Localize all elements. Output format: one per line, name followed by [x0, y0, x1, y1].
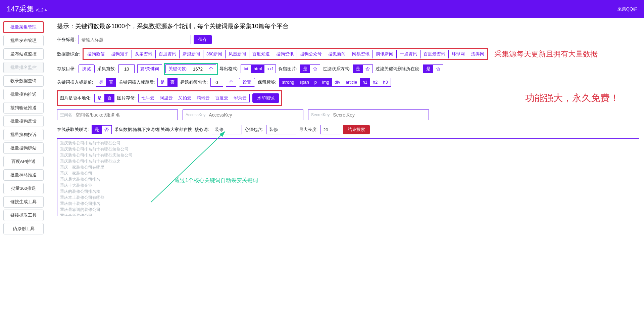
tag-h2[interactable]: h2 [370, 78, 380, 86]
datasource-chip-8[interactable]: 搜狗资讯 [273, 50, 297, 58]
article-count-input[interactable] [118, 64, 135, 73]
datasource-chip-5[interactable]: 360新闻 [203, 50, 226, 58]
yes-option[interactable]: 是 [96, 78, 106, 86]
no-option[interactable]: 否 [433, 65, 443, 73]
filter-kw-del-seg: 是否 [423, 64, 443, 73]
insert-before-seg: 是否 [96, 78, 116, 87]
datasource-chip-10[interactable]: 搜狐新闻 [325, 50, 349, 58]
sidebar-item-1[interactable]: 批量发布管理 [3, 35, 44, 46]
maxlen-input[interactable] [320, 125, 340, 134]
keyword-count-label: 关键词数: [165, 64, 190, 73]
save-button[interactable]: 保存 [194, 35, 212, 44]
keyword-textarea[interactable]: 重庆装修公司排名前十有哪些公司重庆装修公司排名前十有哪些装修公司重庆装修公司排名… [57, 138, 639, 216]
keyword-line: 重庆最大装修公司排名 [60, 176, 636, 182]
tag-h1[interactable]: h1 [360, 78, 370, 86]
sidebar-item-12[interactable]: 批量360推送 [3, 183, 44, 194]
tag-h3[interactable]: h3 [380, 78, 390, 86]
article-count-label: 采集篇数: [97, 66, 116, 72]
yes-option[interactable]: 是 [95, 94, 104, 102]
store-0[interactable]: 七牛云 [139, 94, 157, 102]
datasource-chip-14[interactable]: 百度最资讯 [420, 50, 449, 58]
core-input[interactable] [212, 125, 242, 134]
tag-span[interactable]: span [297, 78, 312, 86]
sidebar-item-15[interactable]: 伪原创工具 [3, 223, 44, 234]
export-format-seg: txthtmlxxf [241, 64, 276, 73]
tag-strong[interactable]: strong [280, 78, 297, 86]
datasource-chip-11[interactable]: 网易资讯 [349, 50, 373, 58]
keyword-count-input[interactable] [190, 64, 206, 73]
tag-p[interactable]: p [312, 78, 319, 86]
sidebar-item-11[interactable]: 批量神马推送 [3, 169, 44, 181]
store-1[interactable]: 阿里云 [157, 94, 176, 102]
datasource-chip-9[interactable]: 搜狗公众号 [297, 50, 325, 58]
title-must-input[interactable] [210, 78, 223, 87]
task-title-label: 任务标题: [57, 37, 76, 43]
end-search-button[interactable]: 结束搜索 [343, 125, 370, 134]
yes-option[interactable]: 是 [92, 126, 102, 134]
yes-option[interactable]: 是 [353, 65, 363, 73]
yes-option[interactable]: 是 [158, 78, 167, 86]
datasource-chip-7[interactable]: 百度知道 [249, 50, 273, 58]
no-option[interactable]: 否 [102, 126, 111, 134]
sidebar-item-4[interactable]: 收录数据查询 [3, 75, 44, 87]
store-4[interactable]: 百度云 [212, 94, 231, 102]
sidebar-item-7[interactable]: 批量搜狗反馈 [3, 116, 44, 127]
store-5[interactable]: 华为云 [231, 94, 249, 102]
sidebar-item-14[interactable]: 链接抓取工具 [3, 210, 44, 221]
store-3[interactable]: 腾讯云 [194, 94, 212, 102]
brand-version: v1.2.4 [36, 8, 47, 12]
secretkey-field[interactable]: SecretKey [308, 109, 429, 120]
set-button[interactable]: 设置 [239, 78, 255, 87]
datasource-chip-6[interactable]: 凤凰新闻 [226, 50, 249, 58]
yes-option[interactable]: 是 [424, 65, 433, 73]
datasource-label: 数据源综合: [57, 51, 80, 57]
no-option[interactable]: 否 [104, 94, 114, 102]
no-option[interactable]: 否 [310, 65, 320, 73]
datasource-chip-16[interactable]: 澎湃网 [468, 50, 487, 58]
datasource-chip-3[interactable]: 百度资讯 [156, 50, 180, 58]
fmt-xxf[interactable]: xxf [264, 65, 276, 73]
fmt-html[interactable]: html [251, 65, 265, 73]
keyword-line: 重庆装修公司排名前十有哪些庆装修公司 [60, 152, 636, 158]
sidebar-item-0[interactable]: 批量采集管理 [3, 21, 44, 33]
no-option[interactable]: 否 [167, 78, 177, 86]
keyword-line: 重庆一家装修公司 [60, 170, 636, 176]
keep-image-label: 保留图片: [279, 66, 297, 72]
sidebar-item-9[interactable]: 批量搜狗绑站 [3, 142, 44, 154]
must-input[interactable] [266, 125, 296, 134]
sidebar-item-2[interactable]: 发布站点监控 [3, 48, 44, 60]
accesskey-field[interactable]: AccessKey [183, 109, 303, 120]
src-note: 采集数据:随机下拉词/相关词/大家都在搜 [114, 127, 192, 133]
browse-button[interactable]: 浏览 [79, 64, 95, 73]
header-qq-link[interactable]: 采集QQ群 [617, 6, 637, 12]
watermark-test-button[interactable]: 水印测试 [252, 93, 279, 103]
local-image-seg: 是否 [94, 94, 114, 102]
datasource-chip-0[interactable]: 搜狗微信 [84, 50, 108, 58]
tag-article[interactable]: article [343, 78, 360, 86]
datasource-chip-4[interactable]: 新浪新闻 [180, 50, 203, 58]
maxlen-label: 最大长度: [299, 127, 318, 133]
keep-image-seg: 是否 [300, 64, 320, 73]
fmt-txt[interactable]: txt [241, 65, 251, 73]
no-option[interactable]: 否 [106, 78, 116, 86]
keyword-line: 重庆装修公司排名前十有哪些装修公司 [60, 146, 636, 152]
store-2[interactable]: 又拍云 [176, 94, 194, 102]
datasource-note: 采集源每天更新且拥有大量数据 [494, 49, 598, 59]
sidebar-item-10[interactable]: 百度API推送 [3, 156, 44, 167]
datasource-chip-13[interactable]: 一点资讯 [397, 50, 420, 58]
sidebar-item-8[interactable]: 批量搜狗投诉 [3, 129, 44, 140]
insert-after-seg: 是否 [157, 78, 178, 87]
sidebar-item-13[interactable]: 链接生成工具 [3, 196, 44, 208]
datasource-chip-15[interactable]: 环球网 [449, 50, 468, 58]
no-option[interactable]: 否 [363, 65, 373, 73]
tag-img[interactable]: img [319, 78, 332, 86]
tag-div[interactable]: div [332, 78, 343, 86]
task-title-input[interactable] [79, 35, 191, 44]
bucket-field[interactable]: 空间名 [57, 109, 178, 120]
sidebar-item-6[interactable]: 搜狗验证推送 [3, 102, 44, 114]
datasource-chip-1[interactable]: 搜狗知乎 [108, 50, 132, 58]
datasource-chip-2[interactable]: 头条资讯 [132, 50, 156, 58]
yes-option[interactable]: 是 [300, 65, 310, 73]
sidebar-item-5[interactable]: 批量搜狗推送 [3, 89, 44, 100]
datasource-chip-12[interactable]: 腾讯新闻 [373, 50, 397, 58]
